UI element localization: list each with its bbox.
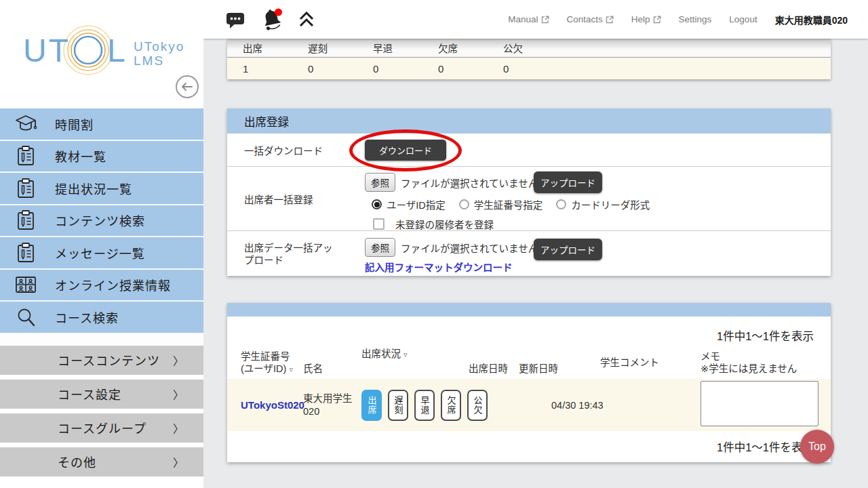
content-search-icon	[14, 208, 38, 232]
status-button-present[interactable]: 出席	[361, 390, 382, 421]
upload-button[interactable]: アップロード	[534, 239, 602, 260]
sidebar-item-label: 時間割	[55, 115, 94, 133]
checkbox-label: 未登録の履修者を登録	[395, 217, 494, 231]
section-title: 出席登録	[227, 108, 831, 134]
sidebar-item-label: オンライン授業情報	[55, 276, 171, 293]
no-file-selected-text: ファイルが選択されていません。	[401, 176, 548, 190]
status-button-group: 出席 遅刻 早退 欠席 公欠	[361, 390, 469, 421]
student-id-link[interactable]: UTokyoSt020	[241, 399, 304, 411]
settings-link-label: Settings	[679, 14, 712, 24]
chevron-right-icon: 〉	[173, 453, 184, 470]
sidebar: UT L UTokyo LMS 時間割 教材一覧 提出状況一覧	[0, 0, 203, 488]
radio-student-number[interactable]: 学生証番号指定	[459, 197, 543, 211]
col-header-name: 氏名	[303, 363, 361, 375]
table-row: UTokyoSt020 東大用学生020 出席 遅刻 早退 欠席 公欠 04/3…	[227, 379, 831, 431]
upload-button[interactable]: アップロード	[534, 171, 602, 193]
radio-unselected-icon	[556, 199, 566, 209]
col-header-student-comment: 学生コメント	[600, 357, 701, 369]
table-header-bar	[227, 303, 831, 317]
status-button-left-early[interactable]: 早退	[414, 390, 435, 421]
summary-col-header: 公欠	[503, 41, 568, 55]
col-header-student-id[interactable]: 学生証番号 (ユーザID) ▿	[241, 350, 303, 375]
bulk-register-label: 出席者一括登録	[227, 192, 365, 206]
no-file-selected-text: ファイルが選択されていません。	[401, 241, 548, 255]
sidebar-item-online-class[interactable]: オンライン授業情報	[0, 270, 203, 302]
radio-label: カードリーダ形式	[571, 197, 650, 211]
materials-icon	[14, 144, 38, 168]
col-header-attended-at: 出席日時	[469, 363, 519, 375]
summary-col-header: 出席	[243, 41, 308, 55]
scroll-to-top-button[interactable]: Top	[800, 430, 834, 464]
topbar: Manual Contacts Help Settings Logout 東大用…	[203, 0, 868, 39]
submissions-icon	[14, 176, 38, 201]
updated-at-cell: 04/30 19:43	[519, 400, 600, 411]
register-unenrolled-checkbox[interactable]	[373, 218, 384, 230]
sidebar-collapse-button[interactable]	[176, 75, 199, 98]
summary-value: 0	[438, 63, 503, 75]
contacts-link[interactable]: Contacts	[567, 14, 614, 24]
format-download-link[interactable]: 記入用フォーマットダウンロード	[365, 260, 513, 274]
radio-label: ユーザID指定	[387, 197, 446, 211]
attendance-register-section: 出席登録 一括ダウンロード ダウンロード 出席者一括登録 参照 ファイルが選択さ…	[227, 108, 831, 276]
table-header-row: 学生証番号 (ユーザID) ▿ 氏名 出席状況 ▿ 出席日時 更新日時 学生コメ…	[227, 344, 831, 378]
memo-textarea[interactable]	[701, 381, 818, 426]
radio-selected-icon	[372, 199, 382, 209]
col-header-status[interactable]: 出席状況 ▿	[361, 348, 469, 360]
course-search-icon	[14, 305, 38, 329]
arrow-left-icon	[181, 82, 193, 92]
settings-link[interactable]: Settings	[679, 14, 712, 24]
summary-value-row: 1 0 0 0 0	[227, 58, 831, 79]
status-button-absent[interactable]: 欠席	[441, 390, 461, 421]
sidebar-item-submissions[interactable]: 提出状況一覧	[0, 173, 203, 205]
logout-link[interactable]: Logout	[729, 14, 757, 24]
status-button-late[interactable]: 遅刻	[388, 390, 408, 421]
radio-card-reader[interactable]: カードリーダ形式	[556, 197, 650, 211]
summary-col-header: 欠席	[438, 41, 503, 55]
sidebar-item-others[interactable]: その他 〉	[0, 447, 203, 476]
logo-subtitle-2: LMS	[134, 54, 164, 68]
sidebar-item-label: メッセージ一覧	[55, 244, 145, 262]
collapse-up-icon[interactable]	[299, 12, 314, 28]
external-link-icon	[653, 16, 661, 24]
svg-text:L: L	[107, 33, 125, 68]
contacts-link-label: Contacts	[567, 14, 603, 24]
sidebar-item-course-search[interactable]: コース検索	[0, 302, 203, 334]
status-button-excused[interactable]: 公欠	[467, 390, 488, 421]
summary-col-header: 遅刻	[308, 41, 373, 55]
sidebar-item-materials[interactable]: 教材一覧	[0, 141, 203, 174]
chat-icon[interactable]	[226, 11, 245, 28]
logout-link-label: Logout	[729, 14, 757, 24]
summary-value: 1	[243, 63, 308, 75]
messages-icon	[14, 241, 38, 265]
browse-file-button[interactable]: 参照	[365, 173, 395, 192]
notifications-bell-icon[interactable]	[260, 7, 284, 32]
manual-link[interactable]: Manual	[508, 14, 549, 24]
menu-item-label: コース設定	[58, 385, 121, 403]
sidebar-item-course-group[interactable]: コースグループ 〉	[0, 413, 203, 443]
student-attendance-table: 1件中1〜1件を表示 学生証番号 (ユーザID) ▿ 氏名 出席状況 ▿ 出席日…	[227, 303, 831, 462]
radio-unselected-icon	[459, 199, 469, 209]
chevron-right-icon: 〉	[173, 386, 184, 402]
utol-logo: UT L UTokyo LMS	[23, 22, 199, 86]
sidebar-item-messages[interactable]: メッセージ一覧	[0, 237, 203, 270]
online-class-icon	[14, 272, 38, 297]
radio-user-id[interactable]: ユーザID指定	[372, 197, 446, 211]
sidebar-item-course-contents[interactable]: コースコンテンツ 〉	[0, 346, 203, 375]
sidebar-item-timetable[interactable]: 時間割	[0, 108, 203, 141]
download-button[interactable]: ダウンロード	[365, 140, 446, 161]
svg-text:UT: UT	[23, 33, 71, 68]
help-link-label: Help	[631, 14, 650, 24]
help-link[interactable]: Help	[631, 14, 661, 24]
summary-header-row: 出席 遅刻 早退 欠席 公欠	[227, 39, 831, 58]
data-upload-row: 出席データ一括アップロード 参照 ファイルが選択されていません。 アップロード …	[227, 231, 831, 276]
sidebar-item-content-search[interactable]: コンテンツ検索	[0, 205, 203, 238]
menu-item-label: コースコンテンツ	[58, 351, 160, 369]
student-name: 東大用学生020	[303, 392, 361, 418]
attendance-summary-table: 出席 遅刻 早退 欠席 公欠 1 0 0 0 0	[227, 39, 831, 79]
data-upload-label: 出席データ一括アップロード	[227, 231, 365, 276]
current-username: 東大用教職員020	[775, 13, 848, 26]
sidebar-item-label: コンテンツ検索	[55, 211, 145, 229]
sidebar-item-course-settings[interactable]: コース設定 〉	[0, 380, 203, 409]
bulk-download-row: 一括ダウンロード ダウンロード	[227, 134, 831, 167]
browse-file-button[interactable]: 参照	[365, 238, 395, 257]
